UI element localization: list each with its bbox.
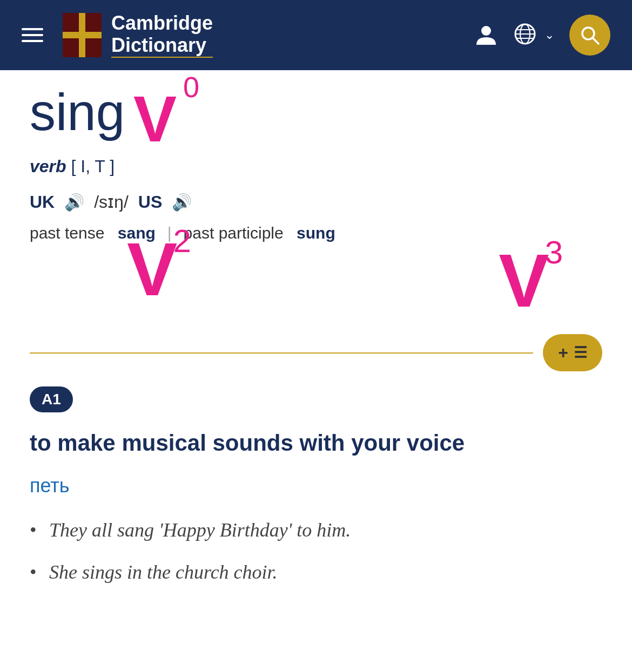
- v0-decoration: V 0: [133, 86, 177, 151]
- pos-line: verb [ I, T ]: [30, 157, 602, 177]
- examples-list: They all sang 'Happy Birthday' to him. S…: [30, 517, 602, 586]
- pos-label: verb: [30, 157, 66, 176]
- svg-rect-6: [85, 38, 102, 57]
- past-participle-label: past participle: [184, 224, 284, 242]
- svg-rect-5: [63, 38, 79, 57]
- user-icon[interactable]: [474, 22, 498, 48]
- plus-icon: +: [558, 343, 568, 363]
- logo-crest-icon: ✦ ✦ ✦ ✦: [63, 13, 102, 57]
- uk-audio-button[interactable]: 🔊: [64, 193, 84, 212]
- svg-line-18: [593, 38, 599, 44]
- logo-link[interactable]: ✦ ✦ ✦ ✦ Cambridge Dictionary: [63, 12, 213, 58]
- definition: to make musical sounds with your voice: [30, 429, 602, 458]
- globe-icon[interactable]: [513, 22, 537, 48]
- level-badge: A1: [30, 386, 73, 412]
- svg-rect-3: [63, 13, 79, 32]
- divider-row: + ☰: [30, 334, 602, 371]
- search-button[interactable]: [569, 15, 610, 56]
- svg-text:✦: ✦: [90, 31, 97, 39]
- list-icon: ☰: [574, 344, 587, 362]
- pos-brackets: [ I, T ]: [71, 157, 115, 176]
- svg-text:✦: ✦: [79, 18, 85, 26]
- past-tense-label: past tense: [30, 224, 104, 242]
- ipa-text: /sɪŋ/: [94, 192, 129, 212]
- v3-decoration: V3: [499, 243, 567, 318]
- svg-text:✦: ✦: [68, 31, 74, 39]
- hamburger-menu[interactable]: [22, 28, 43, 42]
- svg-text:✦: ✦: [79, 43, 85, 51]
- svg-point-11: [481, 26, 491, 36]
- header: ✦ ✦ ✦ ✦ Cambridge Dictionary ⌄: [0, 0, 632, 70]
- main-content: V3 sing V 0 verb [ I, T ] UK 🔊 /sɪŋ/ US …: [0, 70, 632, 628]
- add-to-list-button[interactable]: + ☰: [543, 334, 602, 371]
- logo-dictionary: Dictionary: [111, 33, 213, 58]
- pronunciation-line: UK 🔊 /sɪŋ/ US 🔊: [30, 192, 602, 212]
- chevron-down-icon[interactable]: ⌄: [544, 28, 554, 42]
- divider-line: [30, 352, 533, 354]
- v2-decoration: V2: [127, 232, 196, 307]
- uk-label: UK: [30, 192, 55, 212]
- example-2: She sings in the church choir.: [30, 559, 602, 586]
- us-audio-button[interactable]: 🔊: [172, 193, 192, 212]
- word-title-area: sing V 0: [30, 86, 602, 151]
- us-label: US: [138, 192, 162, 212]
- forms-line: past tense sang | past participle sung V…: [30, 224, 602, 242]
- logo-text: Cambridge Dictionary: [111, 12, 213, 58]
- example-1: They all sang 'Happy Birthday' to him.: [30, 517, 602, 544]
- headword: sing: [30, 86, 125, 138]
- svg-rect-4: [85, 13, 102, 32]
- translation[interactable]: петь: [30, 474, 602, 497]
- header-right: ⌄: [474, 15, 610, 56]
- logo-cambridge: Cambridge: [111, 12, 213, 34]
- past-participle-value: sung: [297, 224, 335, 242]
